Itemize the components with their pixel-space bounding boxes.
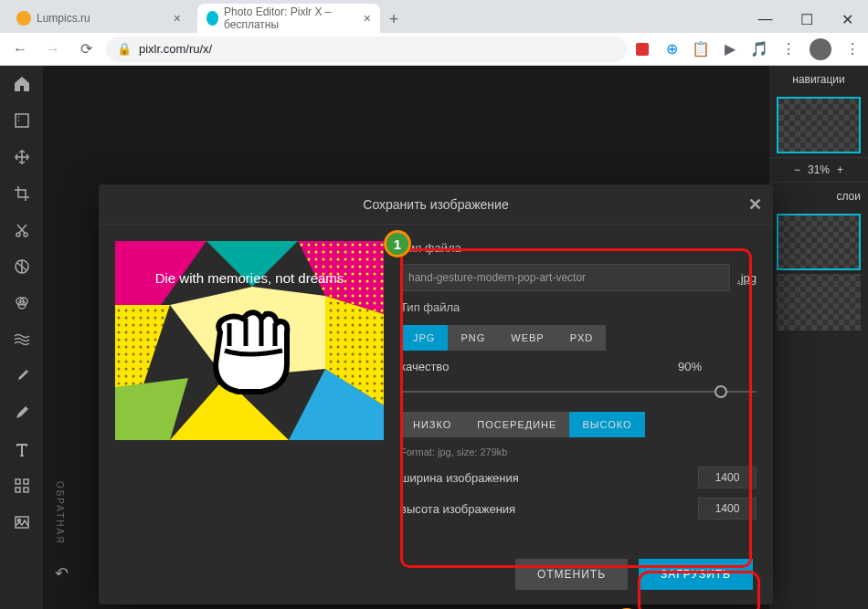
slider-thumb[interactable] (715, 385, 727, 398)
close-icon[interactable]: × (364, 11, 371, 26)
svg-rect-8 (24, 479, 28, 484)
maximize-button[interactable]: ☐ (786, 5, 827, 33)
quality-high-button[interactable]: ВЫСОКО (569, 412, 644, 437)
file-extension[interactable]: .jpg (737, 271, 757, 285)
tab-label: Photo Editor: Pixlr X – бесплатны (224, 5, 358, 31)
type-webp-button[interactable]: WEBP (498, 325, 556, 351)
lock-icon: 🔒 (117, 42, 132, 56)
text-icon[interactable] (7, 438, 37, 460)
width-input[interactable] (698, 467, 757, 488)
quality-mid-button[interactable]: ПОСЕРЕДИНЕ (464, 412, 569, 437)
profile-avatar[interactable] (810, 38, 831, 60)
menu-button[interactable]: ⋮ (844, 41, 861, 58)
preview-caption: Die with memories, not dreams (115, 270, 384, 286)
new-tab-button[interactable]: + (380, 5, 408, 33)
svg-marker-21 (115, 378, 188, 440)
editor-app: навигации − 31% + слои ОБРАТНАЯ ↶ ОТМЕНИ… (0, 66, 868, 609)
address-bar: ← → ⟳ 🔒 pixlr.com/ru/x/ ⊕ 📋 ▶ 🎵 ⋮ ⋮ (0, 33, 868, 66)
download-button[interactable]: ЗАГРУЗИТЬ (639, 559, 753, 590)
filename-input[interactable] (400, 264, 730, 291)
close-window-button[interactable]: ✕ (827, 5, 868, 33)
filetype-label: Тип файла (400, 300, 757, 314)
layer-thumbnail[interactable] (777, 274, 861, 331)
svg-rect-10 (24, 488, 28, 492)
layers-label: слои (769, 183, 868, 210)
tab-label: Lumpics.ru (37, 12, 90, 25)
tab-pixlr[interactable]: Photo Editor: Pixlr X – бесплатны × (197, 4, 380, 33)
extension-icon[interactable] (634, 41, 651, 58)
height-label: высота изображения (400, 502, 515, 516)
minimize-button[interactable]: — (745, 5, 786, 33)
close-icon[interactable]: × (174, 11, 181, 26)
quality-slider[interactable] (400, 383, 757, 401)
quality-value: 90% (678, 360, 702, 373)
svg-rect-9 (16, 488, 20, 492)
layer-thumbnail[interactable] (777, 214, 861, 270)
arrange-icon[interactable] (7, 146, 37, 168)
nav-thumbnail[interactable] (777, 97, 861, 153)
browser-titlebar: Lumpics.ru × Photo Editor: Pixlr X – бес… (0, 0, 868, 33)
brush-icon[interactable] (7, 365, 37, 387)
filename-label: имя файла (400, 241, 757, 255)
dialog-title: Сохранить изображение (363, 197, 508, 212)
annotation-marker: 1 (384, 230, 411, 257)
right-panel: навигации − 31% + слои (769, 66, 868, 609)
zoom-value: 31% (808, 163, 830, 176)
format-info: Format: jpg, size: 279kb (400, 446, 757, 457)
type-png-button[interactable]: PNG (448, 325, 498, 351)
element-icon[interactable] (7, 475, 37, 497)
forward-button[interactable]: → (40, 37, 66, 62)
extension-icon[interactable]: 🎵 (751, 41, 767, 58)
type-jpg-button[interactable]: JPG (400, 325, 448, 351)
filter-icon[interactable] (7, 292, 37, 314)
image-preview: Die with memories, not dreams (115, 241, 384, 440)
save-form: имя файла .jpg Тип файла JPG PNG WEBP PX… (400, 241, 757, 533)
svg-rect-0 (16, 114, 28, 127)
svg-marker-20 (115, 305, 170, 387)
add-image-icon[interactable] (7, 511, 37, 533)
zoom-out-button[interactable]: − (794, 163, 800, 176)
extension-icon[interactable]: 📋 (693, 41, 709, 58)
crop-icon[interactable] (7, 183, 37, 205)
quality-label: качество (400, 360, 449, 373)
url-text: pixlr.com/ru/x/ (139, 42, 212, 56)
svg-point-2 (24, 233, 27, 236)
close-icon[interactable]: ✕ (748, 194, 762, 215)
tab-lumpics[interactable]: Lumpics.ru × (7, 4, 190, 33)
save-dialog: Сохранить изображение ✕ (99, 184, 773, 604)
favicon (206, 11, 218, 26)
type-pxd-button[interactable]: PXD (557, 325, 607, 351)
height-input[interactable] (698, 498, 757, 520)
dialog-header: Сохранить изображение ✕ (99, 184, 773, 225)
url-input[interactable]: 🔒 pixlr.com/ru/x/ (106, 37, 627, 62)
extension-icon[interactable]: ⊕ (663, 41, 680, 58)
zoom-in-button[interactable]: + (837, 163, 843, 176)
properties-icon[interactable] (7, 110, 37, 131)
cancel-button[interactable]: ОТМЕНИТЬ (515, 559, 628, 590)
panel-title: навигации (769, 66, 868, 93)
history-label: ОБРАТНАЯ (55, 481, 65, 544)
tool-sidebar (0, 66, 43, 609)
svg-point-1 (16, 233, 20, 236)
svg-rect-7 (16, 479, 20, 484)
draw-icon[interactable] (7, 402, 37, 424)
extension-icon[interactable]: ▶ (722, 41, 738, 58)
quality-low-button[interactable]: НИЗКО (400, 412, 464, 437)
favicon (16, 11, 31, 26)
home-icon[interactable] (7, 73, 37, 95)
undo-icon[interactable]: ↶ (55, 563, 69, 583)
width-label: ширина изображения (400, 471, 519, 485)
reload-button[interactable]: ⟳ (73, 37, 99, 62)
adjust-icon[interactable] (7, 256, 37, 278)
cut-icon[interactable] (7, 219, 37, 241)
back-button[interactable]: ← (7, 37, 33, 62)
menu-button[interactable]: ⋮ (780, 41, 797, 58)
liquify-icon[interactable] (7, 329, 37, 351)
